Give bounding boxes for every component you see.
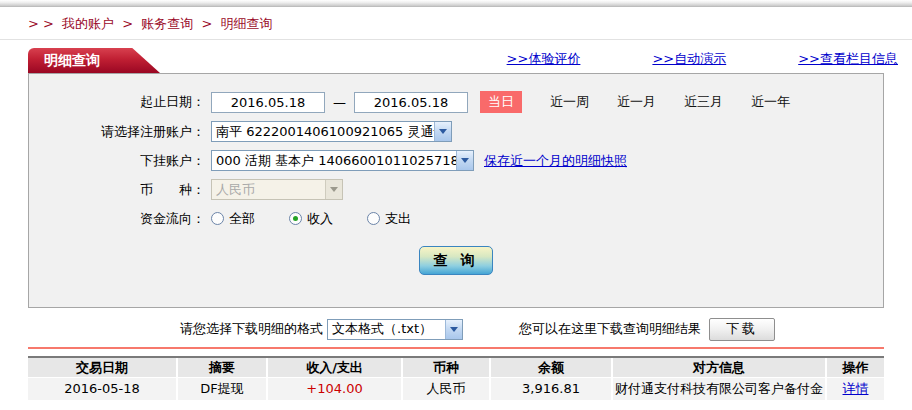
query-form-panel: 起止日期： — 当日 近一周 近一月 近三月 近一年 请选择注册账户： 南平 6… bbox=[28, 73, 884, 308]
currency-value: 人民币 bbox=[212, 181, 325, 199]
quick-range-today-button[interactable]: 当日 bbox=[480, 91, 522, 113]
detail-link-text[interactable]: 详情 bbox=[843, 381, 869, 396]
query-button[interactable]: 查 询 bbox=[419, 246, 493, 275]
flow-expense-radio[interactable]: 支出 bbox=[367, 210, 411, 228]
flow-all-label: 全部 bbox=[229, 210, 255, 228]
section-header-row: 明细查询 >>体验评价 >>自动演示 >>查看栏目信息 bbox=[0, 47, 912, 73]
red-divider bbox=[28, 347, 884, 349]
chevron-down-icon[interactable] bbox=[445, 320, 462, 339]
experience-review-link[interactable]: >>体验评价 bbox=[507, 50, 581, 68]
breadcrumb-prefix: > > bbox=[28, 16, 54, 31]
breadcrumb-separator: > bbox=[122, 16, 133, 31]
currency-select: 人民币 bbox=[211, 179, 343, 200]
quick-range-month-link[interactable]: 近一月 bbox=[617, 93, 656, 111]
download-format-value: 文本格式（.txt） bbox=[328, 320, 445, 338]
fund-flow-radio-group: 全部 收入 支出 bbox=[211, 210, 445, 228]
quick-range-week-link[interactable]: 近一周 bbox=[550, 93, 589, 111]
header-links: >>体验评价 >>自动演示 >>查看栏目信息 bbox=[507, 50, 898, 68]
breadcrumb-detail-query[interactable]: 明细查询 bbox=[220, 16, 272, 31]
quick-range-year-link[interactable]: 近一年 bbox=[751, 93, 790, 111]
cell-trade-date: 2016-05-18 bbox=[28, 378, 178, 400]
fund-flow-row: 资金流向： 全部 收入 支出 bbox=[29, 208, 883, 229]
flow-income-radio[interactable]: 收入 bbox=[289, 210, 333, 228]
end-date-input[interactable] bbox=[354, 92, 468, 113]
query-button-row: 查 询 bbox=[29, 246, 883, 275]
breadcrumb-my-account[interactable]: 我的账户 bbox=[62, 16, 114, 31]
save-snapshot-link[interactable]: 保存近一个月的明细快照 bbox=[484, 152, 627, 170]
detail-link[interactable]: 详情 bbox=[827, 378, 884, 400]
download-row: 请您选择下载明细的格式 文本格式（.txt） 您可以在这里下载查询明细结果 下载 bbox=[180, 317, 912, 341]
download-format-label: 请您选择下载明细的格式 bbox=[180, 320, 323, 338]
download-format-select[interactable]: 文本格式（.txt） bbox=[327, 319, 463, 340]
col-header-summary: 摘要 bbox=[178, 358, 268, 377]
radio-icon[interactable] bbox=[367, 212, 380, 225]
breadcrumb-account-query[interactable]: 账务查询 bbox=[141, 16, 193, 31]
date-dash: — bbox=[333, 95, 346, 110]
registered-account-row: 请选择注册账户： 南平 6222001406100921065 灵通卡 bbox=[29, 121, 883, 142]
download-button[interactable]: 下载 bbox=[709, 318, 775, 341]
download-hint: 您可以在这里下载查询明细结果 bbox=[519, 320, 701, 338]
date-range-row: 起止日期： — 当日 近一周 近一月 近三月 近一年 bbox=[29, 91, 883, 113]
chevron-down-icon[interactable] bbox=[456, 151, 473, 170]
flow-income-label: 收入 bbox=[307, 210, 333, 228]
currency-label: 币 种： bbox=[29, 181, 211, 199]
col-header-amount: 收入/支出 bbox=[268, 358, 403, 377]
cell-counterparty: 财付通支付科技有限公司客户备付金 bbox=[613, 378, 827, 400]
start-date-input[interactable] bbox=[211, 92, 325, 113]
currency-row: 币 种： 人民币 bbox=[29, 179, 883, 200]
sub-account-select[interactable]: 000 活期 基本户 1406600101102571848 bbox=[211, 150, 474, 171]
registered-account-value: 南平 6222001406100921065 灵通卡 bbox=[212, 123, 434, 141]
auto-demo-link[interactable]: >>自动演示 bbox=[652, 50, 726, 68]
column-info-link[interactable]: >>查看栏目信息 bbox=[798, 50, 898, 68]
transaction-table: 交易日期 摘要 收入/支出 币种 余额 对方信息 操作 2016-05-18 D… bbox=[28, 356, 884, 400]
breadcrumb: > > 我的账户 > 账务查询 > 明细查询 bbox=[0, 7, 912, 40]
cell-amount: +104.00 bbox=[268, 378, 403, 400]
col-header-date: 交易日期 bbox=[28, 358, 178, 377]
page-top-strip bbox=[0, 0, 912, 7]
radio-icon[interactable] bbox=[211, 212, 224, 225]
col-header-balance: 余额 bbox=[491, 358, 613, 377]
cell-summary: DF提现 bbox=[178, 378, 268, 400]
breadcrumb-separator: > bbox=[201, 16, 212, 31]
cell-currency: 人民币 bbox=[403, 378, 491, 400]
radio-selected-icon[interactable] bbox=[289, 212, 302, 225]
col-header-action: 操作 bbox=[827, 358, 884, 377]
chevron-down-icon[interactable] bbox=[434, 122, 451, 141]
flow-all-radio[interactable]: 全部 bbox=[211, 210, 255, 228]
table-header-row: 交易日期 摘要 收入/支出 币种 余额 对方信息 操作 bbox=[28, 356, 884, 377]
cell-balance: 3,916.81 bbox=[491, 378, 613, 400]
quick-range-3months-link[interactable]: 近三月 bbox=[684, 93, 723, 111]
sub-account-row: 下挂账户： 000 活期 基本户 1406600101102571848 保存近… bbox=[29, 150, 883, 171]
registered-account-select[interactable]: 南平 6222001406100921065 灵通卡 bbox=[211, 121, 452, 142]
flow-expense-label: 支出 bbox=[385, 210, 411, 228]
registered-account-label: 请选择注册账户： bbox=[29, 123, 211, 141]
date-range-label: 起止日期： bbox=[29, 93, 211, 111]
col-header-currency: 币种 bbox=[403, 358, 491, 377]
sub-account-label: 下挂账户： bbox=[29, 152, 211, 170]
page-title-tab: 明细查询 bbox=[28, 48, 160, 73]
table-row: 2016-05-18 DF提现 +104.00 人民币 3,916.81 财付通… bbox=[28, 378, 884, 400]
col-header-counterparty: 对方信息 bbox=[613, 358, 827, 377]
fund-flow-label: 资金流向： bbox=[29, 210, 211, 228]
chevron-down-icon bbox=[325, 180, 342, 199]
sub-account-value: 000 活期 基本户 1406600101102571848 bbox=[212, 152, 456, 170]
